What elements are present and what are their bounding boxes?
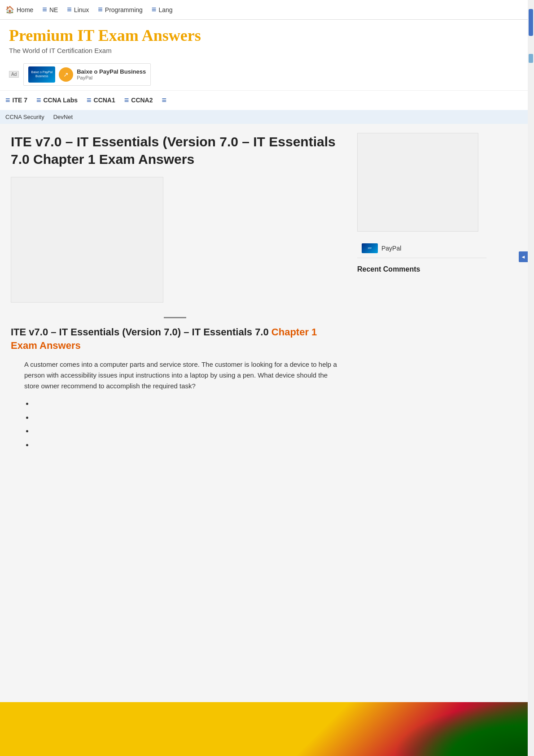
- ad-content[interactable]: Baixe o PayPalBusiness ↗ Baixe o PayPal …: [23, 63, 151, 86]
- ad-placeholder-main: [11, 177, 163, 303]
- article-heading-main: ITE v7.0 – IT Essentials (Version 7.0) –…: [11, 326, 269, 338]
- sidebar: PP PayPal Recent Comments: [350, 124, 494, 463]
- ad-title: Baixe o PayPal Business: [77, 68, 146, 75]
- article-section: ITE v7.0 – IT Essentials (Version 7.0) –…: [11, 325, 339, 450]
- paypal-ad-logo: Baixe o PayPalBusiness: [28, 66, 55, 83]
- menu-icon-lang: ≡: [152, 5, 157, 14]
- nav-home[interactable]: 🏠 Home: [5, 5, 33, 14]
- answer-item-1: [33, 399, 339, 409]
- bottom-banner: [0, 702, 528, 756]
- top-nav: 🏠 Home ≡ NE ≡ Linux ≡ Programming ≡ Lang: [0, 0, 534, 20]
- ad-badge: Ad: [9, 71, 19, 78]
- paypal-label: PayPal: [381, 245, 401, 252]
- main-wrapper: ITE v7.0 – IT Essentials (Version 7.0 – …: [0, 124, 534, 463]
- site-subtitle: The World of IT Certification Exam: [9, 47, 525, 54]
- menu-icon-linux: ≡: [67, 5, 72, 14]
- content-body: [11, 177, 339, 310]
- nav-ccna-security[interactable]: CCNA Security: [5, 114, 44, 120]
- menu-icon-programming: ≡: [98, 5, 103, 14]
- nav-ccna-security-label: CCNA Security: [5, 114, 44, 120]
- nav-ccna1-label: CCNA1: [94, 97, 115, 104]
- answer-item-2: [33, 413, 339, 423]
- nav-ite7[interactable]: ≡ ITE 7: [5, 96, 27, 105]
- right-scrollbar[interactable]: [528, 0, 534, 756]
- answer-item-4: [33, 440, 339, 450]
- nav-programming[interactable]: ≡ Programming: [98, 5, 143, 14]
- answer-list: [33, 399, 339, 450]
- menu-icon-ite7: ≡: [5, 96, 10, 105]
- nav-devnet-label: DevNet: [53, 114, 73, 120]
- nav-ccna-labs-label: CCNA Labs: [44, 97, 78, 104]
- nav-home-label: Home: [17, 6, 33, 13]
- question-text: A customer comes into a computer parts a…: [24, 359, 339, 391]
- nav-ite7-label: ITE 7: [13, 97, 27, 104]
- ad-sub: PayPal: [77, 75, 146, 80]
- secondary-nav: ≡ ITE 7 ≡ CCNA Labs ≡ CCNA1 ≡ CCNA2 ≡: [0, 90, 534, 110]
- answer-item-3: [33, 426, 339, 436]
- site-header: Premium IT Exam Answers The World of IT …: [0, 20, 534, 59]
- ad-text-block: Baixe o PayPal Business PayPal: [77, 68, 146, 80]
- divider: [164, 317, 186, 318]
- scrollbar-marker: [529, 54, 533, 63]
- nav-lang-label: Lang: [158, 6, 172, 13]
- nav-linux[interactable]: ≡ Linux: [67, 5, 89, 14]
- recent-comments-title: Recent Comments: [357, 265, 486, 273]
- home-icon: 🏠: [5, 5, 14, 14]
- nav-devnet[interactable]: DevNet: [53, 114, 73, 120]
- ad-circle-icon: ↗: [59, 67, 73, 82]
- menu-icon-ccna2: ≡: [124, 96, 129, 105]
- third-nav: CCNA Security DevNet: [0, 110, 534, 124]
- page-title: ITE v7.0 – IT Essentials (Version 7.0 – …: [11, 133, 339, 168]
- feedback-tab[interactable]: ◄: [519, 251, 528, 262]
- menu-icon-ccna1: ≡: [87, 96, 92, 105]
- article-heading: ITE v7.0 – IT Essentials (Version 7.0) –…: [11, 325, 339, 353]
- paypal-icon: PP: [362, 243, 378, 253]
- nav-programming-label: Programming: [105, 6, 143, 13]
- nav-ne-label: NE: [49, 6, 58, 13]
- nav-lang[interactable]: ≡ Lang: [152, 5, 173, 14]
- nav-ccna-labs[interactable]: ≡ CCNA Labs: [36, 96, 78, 105]
- site-title: Premium IT Exam Answers: [9, 27, 525, 45]
- sidebar-ad-placeholder: [357, 133, 478, 232]
- nav-ccna1[interactable]: ≡ CCNA1: [87, 96, 115, 105]
- sidebar-paypal[interactable]: PP PayPal: [357, 239, 486, 258]
- scrollbar-thumb: [529, 9, 533, 36]
- content-area: ITE v7.0 – IT Essentials (Version 7.0 – …: [0, 124, 350, 463]
- nav-ne[interactable]: ≡ NE: [42, 5, 58, 14]
- nav-ccna2-label: CCNA2: [131, 97, 153, 104]
- nav-ccna2[interactable]: ≡ CCNA2: [124, 96, 153, 105]
- menu-icon-ccna-labs: ≡: [36, 96, 41, 105]
- nav-more[interactable]: ≡: [162, 96, 167, 105]
- menu-icon-more: ≡: [162, 96, 167, 105]
- ad-bar: Ad Baixe o PayPalBusiness ↗ Baixe o PayP…: [0, 59, 534, 90]
- nav-linux-label: Linux: [74, 6, 89, 13]
- menu-icon-ne: ≡: [42, 5, 47, 14]
